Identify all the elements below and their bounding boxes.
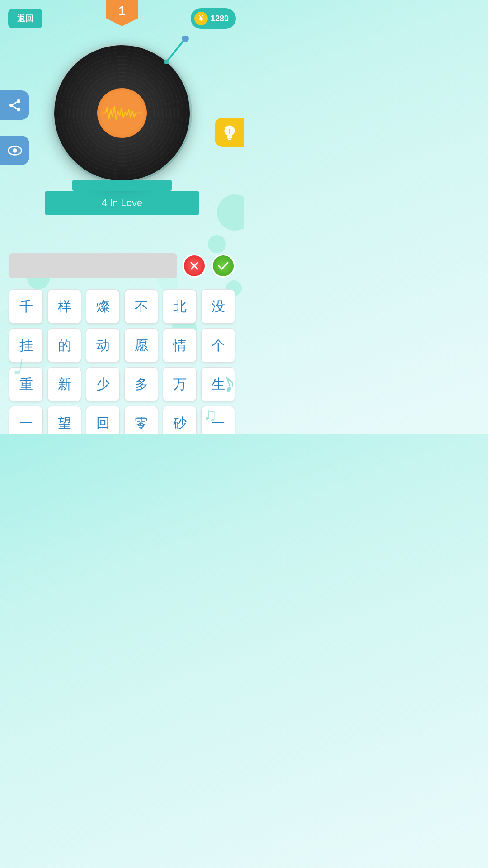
char-key-10[interactable]: 情	[163, 328, 197, 363]
record-area: 4 In Love	[45, 32, 199, 215]
svg-point-6	[13, 148, 17, 152]
char-key-14[interactable]: 少	[86, 367, 120, 401]
char-key-22[interactable]: 砂	[163, 406, 197, 434]
coin-icon: ¥	[194, 12, 208, 25]
confirm-button[interactable]	[211, 254, 235, 278]
eye-icon	[8, 146, 22, 156]
record-stand	[72, 180, 172, 191]
char-key-12[interactable]: 重	[9, 367, 43, 401]
eye-button[interactable]	[0, 136, 29, 165]
char-key-0[interactable]: 千	[9, 289, 43, 324]
char-key-2[interactable]: 燦	[86, 289, 120, 324]
svg-point-2	[17, 108, 20, 111]
svg-point-1	[9, 104, 13, 107]
char-key-20[interactable]: 回	[86, 406, 120, 434]
char-key-13[interactable]: 新	[47, 367, 81, 401]
svg-line-3	[13, 106, 17, 108]
char-key-5[interactable]: 没	[201, 289, 235, 324]
waveform-icon	[102, 103, 142, 123]
char-key-19[interactable]: 望	[47, 406, 81, 434]
char-key-21[interactable]: 零	[124, 406, 158, 434]
song-title[interactable]: 4 In Love	[45, 191, 199, 215]
svg-point-13	[164, 60, 169, 64]
back-button[interactable]: 返回	[8, 9, 42, 28]
level-badge: 1	[106, 0, 138, 26]
char-key-1[interactable]: 样	[47, 289, 81, 324]
char-key-6[interactable]: 挂	[9, 328, 43, 363]
char-key-16[interactable]: 万	[163, 367, 197, 401]
char-key-4[interactable]: 北	[163, 289, 197, 324]
svg-line-11	[167, 38, 185, 61]
char-key-9[interactable]: 愿	[124, 328, 158, 363]
svg-line-4	[13, 102, 17, 104]
hint-icon	[222, 124, 237, 141]
char-key-3[interactable]: 不	[124, 289, 158, 324]
answer-input[interactable]	[9, 253, 177, 278]
hint-button[interactable]	[215, 118, 244, 147]
char-key-11[interactable]: 个	[201, 328, 235, 363]
svg-point-0	[17, 99, 20, 103]
char-key-7[interactable]: 的	[47, 328, 81, 363]
svg-rect-7	[227, 137, 231, 138]
answer-area	[9, 253, 235, 278]
char-key-8[interactable]: 动	[86, 328, 120, 363]
char-key-23[interactable]: 一	[201, 406, 235, 434]
coins-badge: ¥ 1280	[191, 8, 236, 29]
share-icon	[8, 98, 22, 113]
cancel-icon	[189, 261, 199, 271]
svg-point-9	[229, 129, 230, 131]
record-player[interactable]	[50, 41, 194, 185]
char-key-15[interactable]: 多	[124, 367, 158, 401]
needle-icon	[154, 36, 190, 72]
header: 返回 1 ¥ 1280	[0, 0, 244, 32]
char-key-18[interactable]: 一	[9, 406, 43, 434]
coins-value: 1280	[211, 14, 229, 24]
share-button[interactable]	[0, 90, 29, 120]
cancel-button[interactable]	[183, 254, 206, 278]
confirm-icon	[218, 261, 229, 270]
record-center	[97, 88, 147, 138]
character-keyboard: 千样燦不北没挂的动愿情个重新少多万生一望回零砂一	[9, 289, 235, 434]
char-key-17[interactable]: 生	[201, 367, 235, 401]
svg-rect-8	[228, 139, 231, 140]
